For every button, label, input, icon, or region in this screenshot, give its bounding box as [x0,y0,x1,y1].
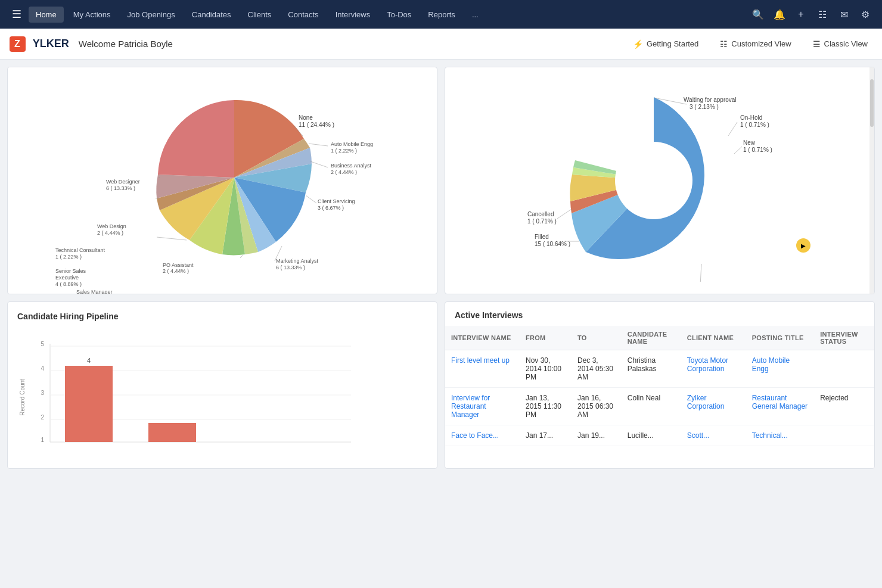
scrollbar-thumb [870,79,874,127]
col-posting-title: POSTING TITLE [746,326,814,350]
classic-view-button[interactable]: ☰ Classic View [808,37,872,51]
label-sales-mgr: Sales Manager [76,289,113,294]
menu-icon[interactable]: ☰ [7,4,26,24]
nav-job-openings[interactable]: Job Openings [120,7,182,23]
label-ba: Business Analyst [331,163,372,169]
resize-handle[interactable] [430,287,437,294]
donut-chart-container: Filled 15 ( 10.64% ) Cancelled 1 ( 0.71%… [445,67,874,294]
header-bar: Z YLKER Welcome Patricia Boyle ⚡ Getting… [0,29,882,60]
pie-chart-card: None 11 ( 24.44% ) Auto Mobile Engg 1 ( … [7,67,437,294]
label-senior-val: 4 ( 8.89% ) [55,281,82,287]
label-cancelled: Cancelled [527,211,554,217]
scrollbar[interactable] [869,67,874,294]
cell-to-3: Jan 19... [572,425,622,446]
posting-link-1[interactable]: Auto Mobile Engg [752,356,790,373]
cell-posting-3: Technical... [746,425,814,446]
cell-status-2: Rejected [814,388,874,425]
nav-todos[interactable]: To-Dos [380,7,418,23]
header-row: INTERVIEW NAME FROM TO CANDIDATE NAME CL… [445,326,874,350]
label-webdesign-val: 2 ( 4.44% ) [97,230,123,236]
logo-z: Z [14,39,21,49]
table-row: Interview for Restaurant Manager Jan 13,… [445,388,874,425]
pie-chart-container: None 11 ( 24.44% ) Auto Mobile Engg 1 ( … [8,67,437,282]
client-link-3[interactable]: Scott... [687,431,709,440]
posting-link-3[interactable]: Technical... [752,431,788,440]
label-webdesigner: Web Designer [106,179,140,185]
interview-link-3[interactable]: Face to Face... [451,431,499,440]
label-new-val: 1 ( 0.71% ) [743,147,772,153]
bar-1-label: 4 [87,357,91,364]
bar-1 [65,366,113,442]
list-icon: ☰ [813,39,821,49]
col-interview-status: INTERVIEW STATUS [814,326,874,350]
pie-chart-svg: None 11 ( 24.44% ) Auto Mobile Engg 1 ( … [38,79,407,270]
search-icon[interactable]: 🔍 [749,5,768,24]
cell-client-1: Toyota Motor Corporation [681,350,746,388]
svg-line-14 [695,264,701,282]
hiring-pipeline-title: Candidate Hiring Pipeline [17,312,427,321]
label-waiting: Waiting for approval [684,97,737,103]
settings-icon[interactable]: ⚙ [856,5,875,24]
nav-reports[interactable]: Reports [421,7,462,23]
col-candidate-name: CANDIDATE NAME [622,326,681,350]
label-none: None [299,114,313,121]
active-interviews-card: Active Interviews INTERVIEW NAME FROM TO… [445,301,875,469]
label-webdesigner-val: 6 ( 13.33% ) [106,185,135,191]
y-label-2: 2 [41,414,44,421]
interview-link-1[interactable]: First level meet up [451,356,510,365]
label-on-hold: On-Hold [740,114,762,121]
client-link-2[interactable]: Zylker Corporation [687,394,725,410]
nav-candidates[interactable]: Candidates [185,7,238,23]
label-ba-val: 2 ( 4.44% ) [331,169,357,175]
posting-link-2[interactable]: Restaurant General Manager [752,394,808,410]
svg-line-6 [157,237,187,240]
cell-to-1: Dec 3, 2014 05:30 AM [572,350,622,388]
nav-contacts[interactable]: Contacts [281,7,325,23]
label-po: PO Assistant [163,262,194,268]
svg-line-5 [240,255,243,258]
col-client-name: CLIENT NAME [681,326,746,350]
y-axis-title: Record Count [19,379,26,416]
nav-icon-group: 🔍 🔔 + ☷ ✉ ⚙ [749,5,875,24]
customized-view-button[interactable]: ☷ Customized View [715,37,796,51]
cell-interview-name-3: Face to Face... [445,425,520,446]
y-label-1: 1 [41,437,44,443]
hiring-pipeline-inner: Candidate Hiring Pipeline [8,302,437,338]
col-to: TO [572,326,622,350]
y-label-4: 4 [41,365,44,372]
interview-link-2[interactable]: Interview for Restaurant Manager [451,394,490,419]
label-filled: Filled [535,234,549,240]
apps-icon[interactable]: ☷ [813,5,832,24]
notification-icon[interactable]: 🔔 [770,5,789,24]
lightning-icon: ⚡ [633,39,643,49]
label-senior2: Executive [55,275,79,281]
nav-my-actions[interactable]: My Actions [66,7,118,23]
nav-clients[interactable]: Clients [241,7,279,23]
getting-started-label: Getting Started [647,39,698,48]
client-link-1[interactable]: Toyota Motor Corporation [687,356,728,373]
label-auto-val: 1 ( 2.22% ) [331,148,357,154]
cell-status-3 [814,425,874,446]
mail-icon[interactable]: ✉ [834,5,853,24]
label-senior: Senior Sales [55,268,86,274]
table-body: First level meet up Nov 30, 2014 10:00 P… [445,350,874,446]
label-client: Client Servicing [318,198,355,204]
cell-posting-1: Auto Mobile Engg [746,350,814,388]
svg-line-13 [734,147,742,154]
nav-interviews[interactable]: Interviews [328,7,378,23]
cell-candidate-3: Lucille... [622,425,681,446]
main-content: None 11 ( 24.44% ) Auto Mobile Engg 1 ( … [0,60,882,476]
label-marketing: Marketing Analyst [276,258,319,264]
cell-interview-name-2: Interview for Restaurant Manager [445,388,520,425]
add-icon[interactable]: + [791,5,810,24]
cell-from-1: Nov 30, 2014 10:00 PM [520,350,572,388]
label-cancelled-val: 1 ( 0.71% ) [527,218,557,225]
label-po-val: 2 ( 4.44% ) [163,268,189,274]
header-actions: ⚡ Getting Started ☷ Customized View ☰ Cl… [628,37,872,51]
svg-line-12 [728,122,737,136]
label-webdesign: Web Design [97,223,126,229]
getting-started-button[interactable]: ⚡ Getting Started [628,37,703,51]
nav-more[interactable]: ... [465,7,486,23]
nav-home[interactable]: Home [29,7,64,23]
bar-chart-area: 5 4 3 2 1 4 Record Count [8,338,437,468]
